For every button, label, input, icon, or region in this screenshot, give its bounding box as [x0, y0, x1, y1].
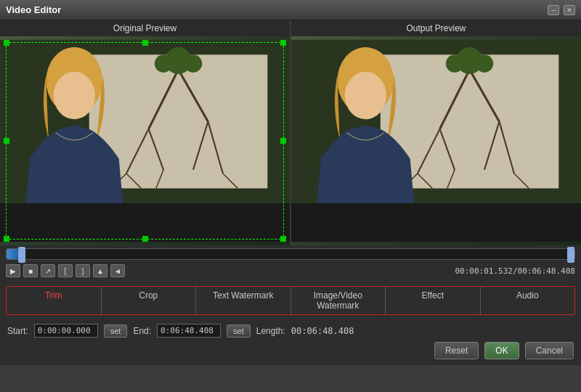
svg-rect-17 [0, 203, 290, 242]
preview-section: Original Preview [0, 20, 581, 245]
svg-point-34 [345, 72, 386, 119]
ok-button[interactable]: OK [484, 342, 519, 359]
minimize-button[interactable]: – [548, 5, 559, 15]
tab-effect[interactable]: Effect [386, 287, 481, 314]
output-video-frame [291, 36, 581, 245]
timeline-playhead[interactable] [18, 247, 25, 263]
close-button[interactable]: ✕ [564, 5, 575, 15]
original-video-frame [0, 36, 290, 245]
cancel-button[interactable]: Cancel [525, 342, 574, 359]
time-display: 00:00:01.532/00:06:48.408 [455, 266, 575, 276]
timeline-progress [7, 249, 18, 259]
svg-point-28 [476, 54, 494, 73]
original-preview-panel: Original Preview [0, 20, 290, 245]
split-button[interactable]: ▲ [93, 264, 107, 277]
tab-text-watermark[interactable]: Text Watermark [196, 287, 291, 314]
svg-point-10 [184, 54, 203, 73]
original-preview-label: Original Preview [0, 20, 290, 36]
svg-point-27 [446, 54, 464, 73]
end-time-input[interactable] [157, 324, 221, 338]
length-label: Length: [256, 326, 285, 336]
tab-audio[interactable]: Audio [481, 287, 575, 314]
svg-point-9 [155, 54, 173, 73]
time-inputs-row: Start: set End: set Length: 00:06:48.408 [7, 324, 574, 338]
length-value: 00:06:48.408 [291, 326, 354, 336]
timeline-bar[interactable] [6, 248, 575, 260]
output-preview-label: Output Preview [291, 20, 581, 36]
play-button[interactable]: ▶ [6, 264, 20, 277]
tab-bar: Trim Crop Text Watermark Image/Video Wat… [6, 286, 575, 315]
start-time-input[interactable] [34, 324, 98, 338]
export-button[interactable]: ↗ [41, 264, 55, 277]
window-title: Video Editor [6, 4, 61, 15]
tab-trim[interactable]: Trim [7, 287, 102, 314]
output-preview-panel: Output Preview [291, 20, 581, 245]
bottom-controls: Start: set End: set Length: 00:06:48.408… [0, 318, 581, 365]
tab-image-watermark[interactable]: Image/Video Watermark [291, 287, 386, 314]
svg-rect-35 [291, 203, 581, 242]
window-controls: – ✕ [548, 5, 575, 15]
svg-point-16 [54, 72, 95, 119]
timeline-end-marker[interactable] [567, 247, 574, 263]
stop-button[interactable]: ■ [23, 264, 38, 277]
action-row: Reset OK Cancel [7, 342, 574, 359]
transport-controls: ▶ ■ ↗ [ ] ▲ ◄ [6, 264, 125, 277]
start-label: Start: [7, 326, 28, 336]
reset-button[interactable]: Reset [434, 342, 479, 359]
transport-row: ▶ ■ ↗ [ ] ▲ ◄ 00:00:01.532/00:06:48.408 [6, 263, 575, 279]
tab-crop[interactable]: Crop [102, 287, 197, 314]
end-label: End: [133, 326, 151, 336]
end-mark-button[interactable]: ] [76, 264, 90, 277]
timeline-section: ▶ ■ ↗ [ ] ▲ ◄ 00:00:01.532/00:06:48.408 [0, 245, 581, 282]
original-video-svg [0, 36, 290, 245]
set-start-button[interactable]: set [104, 324, 128, 338]
title-bar: Video Editor – ✕ [0, 0, 581, 20]
tab-section: Trim Crop Text Watermark Image/Video Wat… [0, 282, 581, 318]
set-end-button[interactable]: set [227, 324, 251, 338]
prev-frame-button[interactable]: ◄ [110, 264, 125, 277]
output-video-svg [291, 36, 581, 245]
start-mark-button[interactable]: [ [58, 264, 73, 277]
